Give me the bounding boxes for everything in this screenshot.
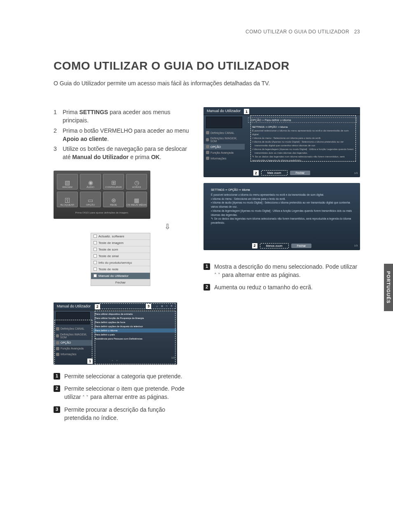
tile-bloquear: ⚿BLOQUEAR xyxy=(57,192,78,207)
zoomed-buttons: 2 Menos zoom Fechar 1/3 xyxy=(204,241,360,250)
content-bullet: • Idioma da legendagem [Apenas no modo D… xyxy=(252,148,356,155)
support-submenu: Actualiz. software Teste de imagem Teste… xyxy=(91,233,150,286)
sidebar-item: Definições CANAL xyxy=(54,326,92,332)
guide-nav-arrows: ˄ ˅ xyxy=(54,359,177,365)
tile-imagem: ▧IMAGEM xyxy=(57,174,78,190)
legend-badge: 1 xyxy=(204,263,210,270)
page-indicator: 1/3 xyxy=(354,172,358,174)
content-bullet: • Idioma da legendagem [Apenas no modo D… xyxy=(211,209,353,217)
step-2: 2 Prima o botão VERMELHO para aceder ao … xyxy=(54,126,191,144)
guide-tool-icons: ⌕ ☰ ⟲ ✕ xyxy=(156,304,174,308)
submenu-item: Info do produto/serviço xyxy=(91,260,150,266)
menu-row-1: ▧IMAGEM ◉ÁUDIO ⊞CONFIGURAR ◷HORAS xyxy=(57,174,147,190)
submenu-item: Actualiz. software xyxy=(91,233,150,240)
category-icon xyxy=(56,353,59,356)
zoom-in-button: Mais zoom xyxy=(261,170,288,176)
checkbox-icon xyxy=(94,254,97,258)
tile-rede: ⊛REDE xyxy=(103,192,124,207)
content-title: SETTINGS ➙ OPÇÃO ➙ Idioma xyxy=(211,188,353,192)
language-tab: PORTUGUÊS xyxy=(384,264,393,311)
breadcrumb: OPÇÃO > Para definir o idioma xyxy=(248,117,357,123)
category-icon xyxy=(56,341,59,345)
legend-item-1: 1 Mostra a descrição do menu seleccionad… xyxy=(204,262,360,279)
submenu-item: Teste de imagem xyxy=(91,240,150,246)
guide-header: Manual do Utilizador ⌕ ☰ ⟲ ✕ xyxy=(54,302,177,310)
detail-content: OPÇÃO > Para definir o idioma SETTINGS ➙… xyxy=(245,115,360,169)
content-note: ✎ Se os dados das legendas num idioma se… xyxy=(252,155,356,162)
main-menu-screenshot: ▧IMAGEM ◉ÁUDIO ⊞CONFIGURAR ◷HORAS ⚿BLOQU… xyxy=(54,171,150,219)
content-bullet: • Idioma do menu : Selecciona um idioma … xyxy=(211,197,353,201)
category-icon xyxy=(56,327,59,330)
detail-sidebar: Definições CANAL Definições IMAGEM, SOM … xyxy=(204,115,245,169)
submenu-item-selected: Manual do Utilizador xyxy=(91,273,150,279)
guide-screenshot: Manual do Utilizador ⌕ ☰ ⟲ ✕ Definições … xyxy=(54,302,177,365)
topic-item: Para definir o país xyxy=(95,333,175,337)
legend-badge: 3 xyxy=(54,406,60,413)
content-bullet: • Idioma de áudio [Apenas no modo Digita… xyxy=(252,140,356,148)
category-icon xyxy=(206,151,209,154)
sidebar-item-selected: OPÇÃO xyxy=(204,144,245,150)
chevron-up-down-icon: ˄ ˅ xyxy=(214,272,220,279)
checkbox-icon xyxy=(94,234,97,238)
legend-badge: 2 xyxy=(54,385,60,392)
sidebar-item: Informações xyxy=(204,155,245,161)
callout-badge-2: 2 xyxy=(252,243,257,248)
zoom-out-button: Menos zoom xyxy=(260,243,289,248)
content-note: ✎ Se os dados das legendas num idioma se… xyxy=(211,217,353,225)
close-button: Fechar xyxy=(290,171,311,175)
page-number: 23 xyxy=(354,29,360,35)
sidebar-item: Função Avançada xyxy=(54,346,92,352)
sidebar-item: Definições IMAGEM, SOM xyxy=(204,136,245,144)
running-header: COMO UTILIZAR O GUIA DO UTILIZADOR 23 xyxy=(54,29,360,35)
content-bullet: • Idioma do menu : Selecciona um idioma … xyxy=(252,136,356,140)
category-icon xyxy=(206,157,209,160)
sidebar-item-selected: OPÇÃO xyxy=(54,340,92,346)
sidebar-item: Definições IMAGEM, SOM xyxy=(54,332,92,340)
legend-item-3: 3 Permite procurar a descrição da função… xyxy=(54,405,191,422)
legend-item-2: 2 Aumenta ou reduz o tamanho do ecrã. xyxy=(204,283,360,291)
content-title: SETTINGS ➙ OPÇÃO ➙ Idioma xyxy=(252,125,356,129)
callout-badge-2: 2 xyxy=(253,170,259,176)
category-icon xyxy=(56,347,59,350)
page-indicator: 1/3 xyxy=(354,244,358,247)
detail-preview-box xyxy=(206,117,242,128)
guide-sidebar: Definições CANAL Definições IMAGEM, SOM … xyxy=(54,310,92,359)
legend-left: 1 Permite seleccionar a categoria que pr… xyxy=(54,372,191,422)
submenu-item: Teste de som xyxy=(91,246,150,253)
zoomed-content: SETTINGS ➙ OPÇÃO ➙ Idioma É possível sel… xyxy=(204,186,360,241)
guide-preview-box xyxy=(56,312,90,324)
callout-badge-2: 2 xyxy=(95,304,100,309)
checkbox-icon xyxy=(94,267,97,271)
legend-item-2: 2 Permite seleccionar o item que pretend… xyxy=(54,384,191,401)
submenu-item: Teste de sinal xyxy=(91,253,150,260)
topic-item: Assistência para Pessoas com Deficiência… xyxy=(95,337,175,341)
sidebar-item: Função Avançada xyxy=(204,150,245,155)
step-3: 3 Utilize os botões de navegação para se… xyxy=(54,144,191,162)
tile-opcao: ▭OPÇÃO xyxy=(80,192,101,207)
sidebar-item: Informações xyxy=(54,352,92,357)
step-1: 1 Prima SETTINGS para aceder aos menus p… xyxy=(54,107,191,126)
category-icon xyxy=(206,131,209,134)
submenu-item: Teste de rede xyxy=(91,266,150,273)
checkbox-icon xyxy=(94,248,97,251)
category-icon xyxy=(56,334,59,337)
running-title: COMO UTILIZAR O GUIA DO UTILIZADOR xyxy=(246,29,349,35)
close-button: Fechar xyxy=(291,244,312,248)
guide-topic-list: Para utilizar dispositivo de entrada Par… xyxy=(92,310,177,359)
legend-item-1: 1 Permite seleccionar a categoria que pr… xyxy=(54,372,191,380)
topic-item: Para utilizar função de Poupança de Ener… xyxy=(95,316,175,320)
down-arrow-icon: ⇩ xyxy=(54,222,191,231)
steps-list: 1 Prima SETTINGS para aceder aos menus p… xyxy=(54,107,191,162)
zoomed-screenshot: SETTINGS ➙ OPÇÃO ➙ Idioma É possível sel… xyxy=(204,183,360,250)
checkbox-icon xyxy=(94,261,97,264)
topic-item: Para utilizar dispositivo de entrada xyxy=(95,312,175,316)
page-indicator: 1/2 xyxy=(171,356,175,359)
menu-row-2: ⚿BLOQUEAR ▭OPÇÃO ⊛REDE ▦OS MEUS MÉDIA xyxy=(57,192,147,207)
chevron-up-down-icon: ˄ ˅ xyxy=(82,394,89,401)
detail-screenshot: Manual do Utilizador Definições CANAL De… xyxy=(204,107,360,177)
checkbox-icon xyxy=(94,241,97,244)
content-bullet: • Idioma de áudio [Apenas no modo Digita… xyxy=(211,201,353,209)
callout-badge-1: 1 xyxy=(244,109,249,114)
topic-item: Para definir opções de bloqueio do telev… xyxy=(95,324,175,328)
tile-media: ▦OS MEUS MÉDIA xyxy=(126,192,147,207)
